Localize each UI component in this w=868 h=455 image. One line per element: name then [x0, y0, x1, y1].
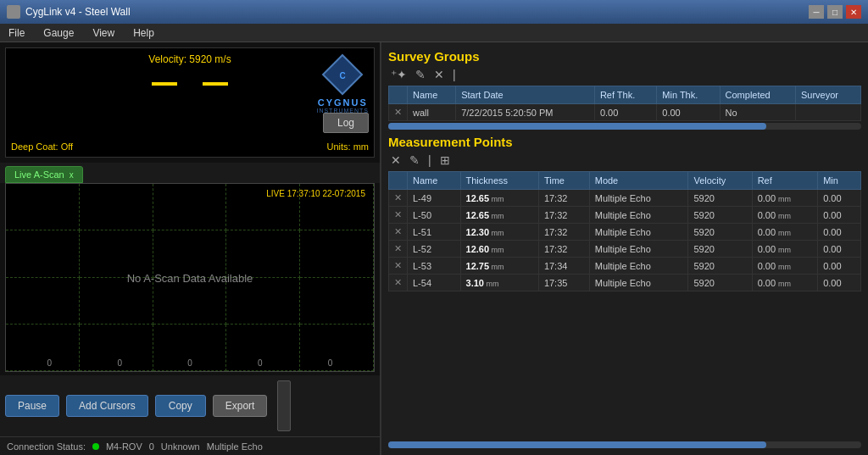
main-layout: Velocity: 5920 m/s Deep Coat: Off Units:…: [0, 42, 868, 455]
mp-edit-icon[interactable]: ✎: [407, 153, 422, 168]
sg-add-icon[interactable]: ⁺✦: [388, 67, 409, 82]
sg-row-startdate: 7/22/2015 5:20:50 PM: [456, 104, 595, 121]
ascan-x-label-3: 0: [258, 358, 263, 368]
scroll-indicator[interactable]: [277, 380, 291, 431]
grid-cell: [226, 278, 300, 325]
export-button[interactable]: Export: [213, 395, 268, 417]
menu-file[interactable]: File: [5, 25, 28, 41]
mp-row-name: L-50: [408, 207, 461, 224]
pause-button[interactable]: Pause: [5, 395, 59, 417]
mp-row-time: 17:32: [538, 224, 589, 241]
window-title: CygLink v4 - Steel Wall: [25, 6, 131, 18]
mp-table-wrap: Name Thickness Time Mode Velocity Ref Mi…: [388, 171, 861, 440]
measurement-point-row[interactable]: ✕ L-52 12.60 mm 17:32 Multiple Echo 5920…: [389, 241, 861, 258]
mp-row-name: L-53: [408, 258, 461, 275]
log-button[interactable]: Log: [323, 113, 369, 133]
gauge-echoes: [11, 82, 369, 86]
mp-col-mode: Mode: [589, 172, 688, 190]
measurement-point-row[interactable]: ✕ L-49 12.65 mm 17:32 Multiple Echo 5920…: [389, 190, 861, 207]
sg-row-surveyor: [795, 104, 860, 121]
survey-groups-table: Name Start Date Ref Thk. Min Thk. Comple…: [388, 86, 861, 121]
sg-row-name: wall: [408, 104, 456, 121]
measurement-points-title: Measurement Points: [388, 135, 861, 149]
close-button[interactable]: ✕: [846, 5, 861, 19]
mp-grid-icon[interactable]: ⊞: [437, 153, 453, 168]
ascan-live-label: LIVE 17:37:10 22-07:2015: [261, 187, 370, 200]
survey-group-row[interactable]: ✕ wall 7/22/2015 5:20:50 PM 0.00 0.00 No: [389, 104, 861, 121]
mp-scrollbar[interactable]: [388, 441, 861, 448]
mp-row-velocity: 5920: [688, 258, 752, 275]
mp-col-ref: Ref: [752, 172, 817, 190]
mp-row-velocity: 5920: [688, 207, 752, 224]
sg-edit-icon[interactable]: ✎: [413, 67, 428, 82]
add-cursors-button[interactable]: Add Cursors: [66, 395, 148, 417]
mp-scrollbar-thumb: [388, 441, 766, 448]
mp-row-check: ✕: [389, 224, 408, 241]
mp-row-check: ✕: [389, 258, 408, 275]
logo-area: C CYGNUS INSTRUMENTS: [316, 53, 369, 114]
tab-label: Live A-Scan: [14, 169, 64, 180]
mp-row-name: L-54: [408, 275, 461, 291]
mp-row-velocity: 5920: [688, 241, 752, 258]
survey-groups-toolbar: ⁺✦ ✎ ✕ |: [388, 67, 861, 82]
echo-line-1: [152, 82, 177, 86]
sg-delete-icon[interactable]: ✕: [431, 67, 447, 82]
sg-col-startdate: Start Date: [456, 86, 595, 104]
grid-cell: [153, 184, 227, 230]
mp-row-ref: 0.00 mm: [752, 190, 817, 207]
tab-close-button[interactable]: x: [70, 170, 74, 180]
mp-row-thickness: 12.60 mm: [460, 241, 538, 258]
survey-groups-scrollbar[interactable]: [388, 123, 861, 130]
copy-button[interactable]: Copy: [155, 395, 206, 417]
mp-row-mode: Multiple Echo: [589, 190, 688, 207]
mp-row-min: 0.00: [818, 258, 861, 275]
mp-row-check: ✕: [389, 207, 408, 224]
status-device: M4-ROV: [106, 441, 142, 452]
mp-row-ref: 0.00 mm: [752, 207, 817, 224]
deep-coat-label: Deep Coat: Off: [11, 141, 73, 152]
grid-cell: [6, 230, 80, 277]
ascan-area: LIVE 17:37:10 22-07:2015 No A-Scan Data …: [5, 183, 375, 372]
mp-col-min: Min: [818, 172, 861, 190]
status-type: Unknown: [161, 441, 200, 452]
grid-cell: [153, 278, 227, 325]
cygnus-logo-svg: C: [321, 53, 364, 96]
app-icon: [7, 5, 20, 19]
mp-row-thickness: 3.10 mm: [460, 275, 538, 291]
mp-row-thickness: 12.75 mm: [460, 258, 538, 275]
menu-bar: File Gauge View Help: [0, 24, 868, 42]
title-bar: CygLink v4 - Steel Wall ─ □ ✕: [0, 0, 868, 24]
tab-live-ascan[interactable]: Live A-Scan x: [5, 166, 83, 183]
measurement-point-row[interactable]: ✕ L-53 12.75 mm 17:34 Multiple Echo 5920…: [389, 258, 861, 275]
bottom-controls: Pause Add Cursors Copy Export: [0, 375, 380, 436]
menu-view[interactable]: View: [89, 25, 118, 41]
status-dot: [92, 443, 99, 450]
mp-row-mode: Multiple Echo: [589, 207, 688, 224]
sg-col-minthk: Min Thk.: [657, 86, 720, 104]
status-bar: Connection Status: M4-ROV 0 Unknown Mult…: [0, 436, 380, 455]
measurement-points-table: Name Thickness Time Mode Velocity Ref Mi…: [388, 171, 861, 291]
measurement-point-row[interactable]: ✕ L-50 12.65 mm 17:32 Multiple Echo 5920…: [389, 207, 861, 224]
mp-row-velocity: 5920: [688, 275, 752, 291]
maximize-button[interactable]: □: [827, 5, 843, 19]
mp-row-mode: Multiple Echo: [589, 224, 688, 241]
mp-row-min: 0.00: [818, 241, 861, 258]
sg-row-refthk: 0.00: [594, 104, 656, 121]
menu-gauge[interactable]: Gauge: [40, 25, 77, 41]
sg-row-completed: No: [720, 104, 795, 121]
mp-col-check: [389, 172, 408, 190]
minimize-button[interactable]: ─: [809, 5, 824, 19]
measurement-point-row[interactable]: ✕ L-54 3.10 mm 17:35 Multiple Echo 5920 …: [389, 275, 861, 291]
ascan-x-label-2: 0: [187, 358, 192, 368]
ascan-no-data: No A-Scan Data Available: [127, 271, 253, 284]
mp-row-mode: Multiple Echo: [589, 258, 688, 275]
connection-status-label: Connection Status:: [7, 441, 86, 452]
menu-help[interactable]: Help: [130, 25, 158, 41]
mp-row-velocity: 5920: [688, 224, 752, 241]
grid-cell: [80, 278, 153, 325]
mp-delete-icon[interactable]: ✕: [388, 153, 403, 168]
tabs-bar: Live A-Scan x: [0, 163, 380, 183]
ascan-x-label-4: 0: [328, 358, 333, 368]
measurement-point-row[interactable]: ✕ L-51 12.30 mm 17:32 Multiple Echo 5920…: [389, 224, 861, 241]
mp-row-thickness: 12.65 mm: [460, 207, 538, 224]
